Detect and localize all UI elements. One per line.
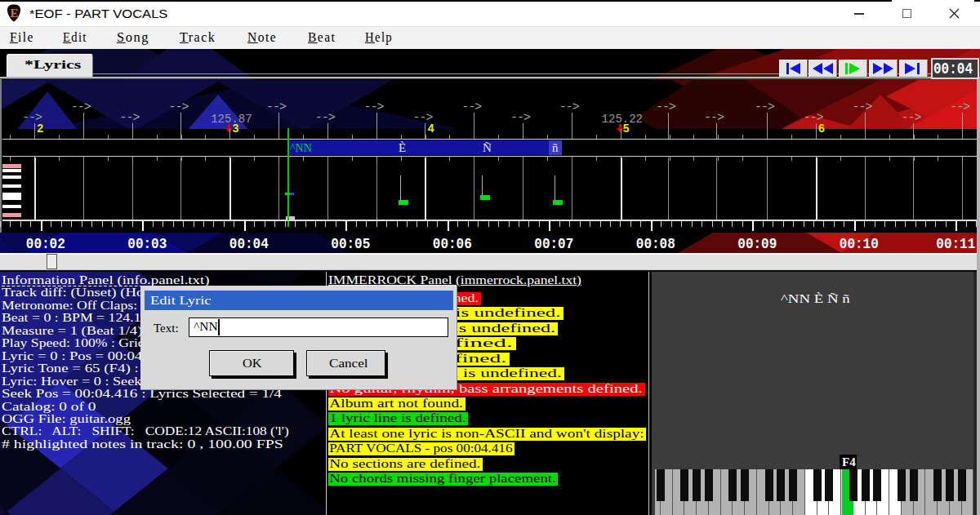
svg-text:E: E <box>10 7 18 20</box>
